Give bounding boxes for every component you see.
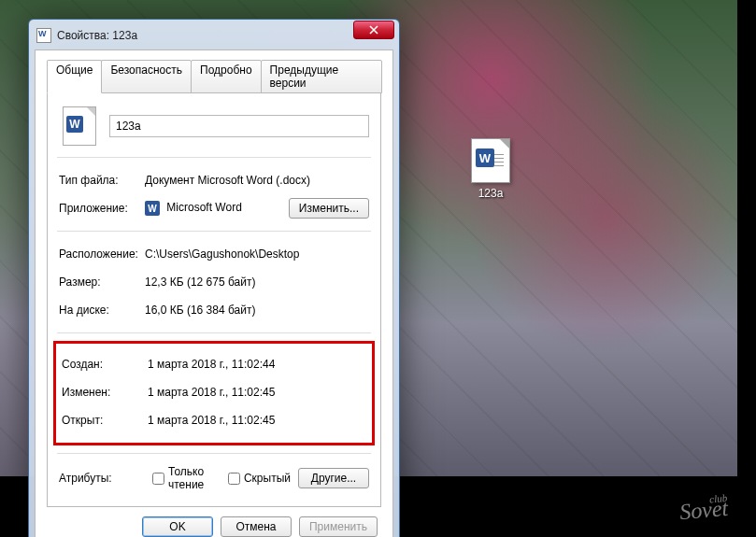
word-app-icon: W (145, 201, 160, 216)
advanced-attributes-button[interactable]: Другие... (298, 468, 369, 488)
label-filetype: Тип файла: (59, 174, 145, 187)
separator (57, 332, 371, 333)
label-created: Создан: (62, 358, 148, 371)
label-modified: Изменен: (62, 386, 148, 399)
label-location: Расположение: (59, 247, 145, 261)
tab-general[interactable]: Общие (47, 60, 102, 93)
ok-button[interactable]: OK (142, 516, 213, 537)
letterbox-right (737, 0, 756, 537)
tab-previous-versions[interactable]: Предыдущие версии (261, 60, 382, 93)
close-button[interactable] (353, 21, 394, 39)
value-modified: 1 марта 2018 г., 11:02:45 (148, 386, 366, 399)
label-app: Приложение: (59, 202, 145, 215)
label-accessed: Открыт: (62, 414, 148, 427)
hidden-checkbox-input[interactable] (228, 473, 240, 485)
value-created: 1 марта 2018 г., 11:02:44 (148, 358, 366, 371)
readonly-checkbox[interactable]: Только чтение (152, 465, 207, 491)
properties-dialog: Свойства: 123a Общие Безопасность Подроб… (28, 19, 400, 537)
titlebar[interactable]: Свойства: 123a (35, 25, 393, 49)
tab-security[interactable]: Безопасность (101, 60, 192, 93)
watermark: club Sovet (678, 492, 729, 525)
separator (57, 231, 371, 232)
titlebar-text: Свойства: 123a (57, 29, 392, 42)
desktop-file-label: 123a (458, 187, 523, 200)
label-attributes: Атрибуты: (59, 472, 145, 485)
filename-input[interactable] (109, 115, 369, 137)
desktop-file-icon[interactable]: W 123a (458, 138, 523, 200)
file-type-icon: W (63, 106, 96, 146)
value-size: 12,3 КБ (12 675 байт) (145, 276, 369, 289)
value-size-on-disk: 16,0 КБ (16 384 байт) (145, 304, 369, 317)
value-filetype: Документ Microsoft Word (.docx) (145, 174, 369, 187)
tab-panel-general: W Тип файла: Документ Microsoft Word (.d… (47, 92, 381, 507)
tab-details[interactable]: Подробно (191, 60, 262, 93)
cancel-button[interactable]: Отмена (221, 516, 292, 537)
hidden-checkbox[interactable]: Скрытый (228, 472, 291, 485)
close-icon (369, 25, 378, 35)
word-document-icon: W (471, 138, 510, 183)
readonly-checkbox-input[interactable] (152, 473, 164, 485)
value-location: C:\Users\Gagushonok\Desktop (145, 247, 369, 261)
label-size-on-disk: На диске: (59, 304, 145, 317)
separator (57, 157, 371, 158)
change-app-button[interactable]: Изменить... (289, 198, 369, 219)
label-size: Размер: (59, 276, 145, 289)
apply-button[interactable]: Применить (299, 516, 378, 537)
annotation-highlight: Создан: 1 марта 2018 г., 11:02:44 Измене… (53, 341, 375, 445)
value-app: W Microsoft Word (145, 201, 289, 216)
value-accessed: 1 марта 2018 г., 11:02:45 (148, 414, 366, 427)
titlebar-word-icon (36, 28, 51, 43)
separator (57, 453, 371, 454)
tab-strip: Общие Безопасность Подробно Предыдущие в… (47, 60, 381, 93)
